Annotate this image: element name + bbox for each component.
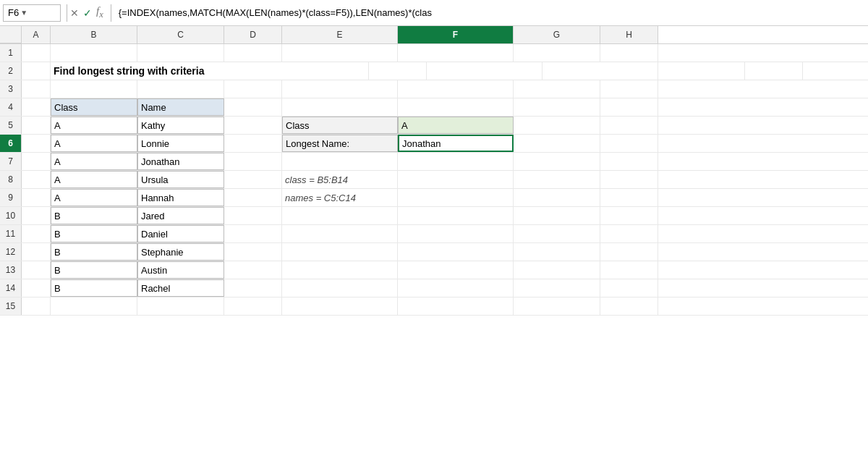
cell-f3[interactable] xyxy=(398,80,514,98)
row-header-9[interactable]: 9 xyxy=(0,189,22,206)
col-header-h[interactable]: H xyxy=(600,26,658,43)
cell-d10[interactable] xyxy=(224,207,282,224)
cell-e12[interactable] xyxy=(282,243,398,261)
cell-d13[interactable] xyxy=(224,261,282,279)
cell-c11[interactable]: Daniel xyxy=(137,225,224,242)
cell-d15[interactable] xyxy=(224,297,282,315)
cell-g15[interactable] xyxy=(514,297,600,315)
col-header-b[interactable]: B xyxy=(51,26,137,43)
cell-d6[interactable] xyxy=(224,135,282,152)
cell-h4[interactable] xyxy=(600,98,658,116)
cell-d4[interactable] xyxy=(224,98,282,116)
cell-c13[interactable]: Austin xyxy=(137,261,224,279)
cell-h11[interactable] xyxy=(600,225,658,242)
cell-c14[interactable]: Rachel xyxy=(137,279,224,297)
cell-d3[interactable] xyxy=(224,80,282,98)
cell-h8[interactable] xyxy=(600,171,658,188)
cell-g11[interactable] xyxy=(514,225,600,242)
cell-f10[interactable] xyxy=(398,207,514,224)
cell-g8[interactable] xyxy=(514,171,600,188)
confirm-formula-icon[interactable]: ✓ xyxy=(83,7,92,19)
cell-c5[interactable]: Kathy xyxy=(137,117,224,134)
cell-b9[interactable]: A xyxy=(51,189,137,206)
cell-b4[interactable]: Class xyxy=(51,98,137,116)
cell-g2[interactable] xyxy=(658,62,745,80)
cell-b1[interactable] xyxy=(51,44,137,62)
cell-f11[interactable] xyxy=(398,225,514,242)
cell-f14[interactable] xyxy=(398,279,514,297)
cell-c12[interactable]: Stephanie xyxy=(137,243,224,261)
cell-e3[interactable] xyxy=(282,80,398,98)
row-header-5[interactable]: 5 xyxy=(0,117,22,134)
cell-b10[interactable]: B xyxy=(51,207,137,224)
cell-b7[interactable]: A xyxy=(51,153,137,170)
cell-h5[interactable] xyxy=(600,117,658,134)
cell-a11[interactable] xyxy=(22,225,51,242)
cell-c3[interactable] xyxy=(137,80,224,98)
cell-a3[interactable] xyxy=(22,80,51,98)
cell-b8[interactable]: A xyxy=(51,171,137,188)
formula-input[interactable] xyxy=(114,7,865,18)
cell-d12[interactable] xyxy=(224,243,282,261)
cell-c8[interactable]: Ursula xyxy=(137,171,224,188)
cell-d9[interactable] xyxy=(224,189,282,206)
cell-a7[interactable] xyxy=(22,153,51,170)
row-header-4[interactable]: 4 xyxy=(0,98,22,116)
cell-h12[interactable] xyxy=(600,243,658,261)
cell-a1[interactable] xyxy=(22,44,51,62)
cell-b14[interactable]: B xyxy=(51,279,137,297)
cell-f9[interactable] xyxy=(398,189,514,206)
cell-d14[interactable] xyxy=(224,279,282,297)
cell-f8[interactable] xyxy=(398,171,514,188)
row-header-11[interactable]: 11 xyxy=(0,225,22,242)
cell-g9[interactable] xyxy=(514,189,600,206)
cell-a8[interactable] xyxy=(22,171,51,188)
cell-f2[interactable] xyxy=(542,62,658,80)
cell-h9[interactable] xyxy=(600,189,658,206)
cell-d11[interactable] xyxy=(224,225,282,242)
cell-e1[interactable] xyxy=(282,44,398,62)
row-header-13[interactable]: 13 xyxy=(0,261,22,279)
col-header-c[interactable]: C xyxy=(137,26,224,43)
col-header-f[interactable]: F xyxy=(398,26,514,43)
row-header-15[interactable]: 15 xyxy=(0,297,22,315)
cell-e14[interactable] xyxy=(282,279,398,297)
cell-c15[interactable] xyxy=(137,297,224,315)
cell-g5[interactable] xyxy=(514,117,600,134)
cell-h10[interactable] xyxy=(600,207,658,224)
cell-b2[interactable]: Find longest string with criteria xyxy=(51,62,369,80)
cell-a5[interactable] xyxy=(22,117,51,134)
cell-f6[interactable]: Jonathan xyxy=(398,135,514,152)
cell-e13[interactable] xyxy=(282,261,398,279)
cell-a14[interactable] xyxy=(22,279,51,297)
row-header-8[interactable]: 8 xyxy=(0,171,22,188)
cell-c9[interactable]: Hannah xyxy=(137,189,224,206)
cell-f15[interactable] xyxy=(398,297,514,315)
cell-g12[interactable] xyxy=(514,243,600,261)
cell-e10[interactable] xyxy=(282,207,398,224)
cell-f13[interactable] xyxy=(398,261,514,279)
cell-g14[interactable] xyxy=(514,279,600,297)
cell-a4[interactable] xyxy=(22,98,51,116)
row-header-10[interactable]: 10 xyxy=(0,207,22,224)
cell-f4[interactable] xyxy=(398,98,514,116)
row-header-14[interactable]: 14 xyxy=(0,279,22,297)
cell-b13[interactable]: B xyxy=(51,261,137,279)
cell-h6[interactable] xyxy=(600,135,658,152)
cell-c10[interactable]: Jared xyxy=(137,207,224,224)
row-header-12[interactable]: 12 xyxy=(0,243,22,261)
cell-e4[interactable] xyxy=(282,98,398,116)
cell-a2[interactable] xyxy=(22,62,51,80)
cell-h3[interactable] xyxy=(600,80,658,98)
col-header-g[interactable]: G xyxy=(514,26,600,43)
cell-f5[interactable]: A xyxy=(398,117,514,134)
cancel-formula-icon[interactable]: ✕ xyxy=(70,7,79,19)
cell-h14[interactable] xyxy=(600,279,658,297)
cell-g10[interactable] xyxy=(514,207,600,224)
cell-e5[interactable]: Class xyxy=(282,117,398,134)
cell-e6[interactable]: Longest Name: xyxy=(282,135,398,152)
cell-b3[interactable] xyxy=(51,80,137,98)
cell-b11[interactable]: B xyxy=(51,225,137,242)
cell-h7[interactable] xyxy=(600,153,658,170)
cell-a13[interactable] xyxy=(22,261,51,279)
